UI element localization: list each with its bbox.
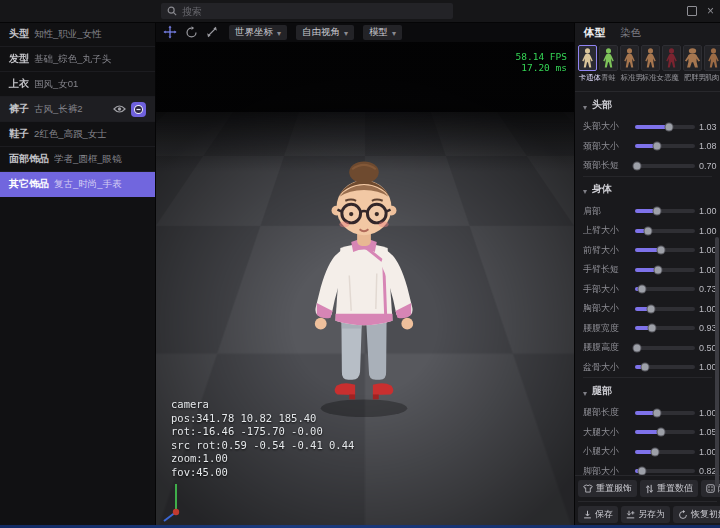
outfit-slot-row[interactable]: 其它饰品 复古_时尚_手表 [0, 172, 155, 197]
slider-handle[interactable] [657, 429, 664, 436]
slider-value: 0.50 [699, 343, 717, 353]
body-type-thumb[interactable]: 肥胖男 [683, 45, 702, 83]
section-header[interactable]: 头部 [583, 92, 712, 117]
save-label: 保存 [595, 508, 613, 521]
scale-tool-icon[interactable] [204, 24, 220, 40]
slider-handle[interactable] [657, 247, 664, 254]
slider-track[interactable] [635, 469, 695, 473]
slot-value: 古风_长裤2 [34, 103, 106, 116]
slider-track[interactable] [635, 125, 695, 129]
panel-tab[interactable]: 染色 [620, 26, 641, 40]
slot-label: 发型 [9, 52, 29, 66]
slider-track[interactable] [635, 346, 695, 350]
visibility-eye-icon[interactable] [111, 102, 127, 116]
viewport-toolbar: 世界坐标 自由视角 模型 [155, 22, 575, 42]
slider-handle[interactable] [649, 325, 656, 332]
shape-slider-row: 颈部长短 0.70 [583, 156, 712, 176]
body-type-thumb[interactable]: 青蛙 [599, 45, 618, 83]
slot-value: 知性_职业_女性 [34, 28, 146, 41]
outfit-slot-row[interactable]: 发型 基础_棕色_丸子头 [0, 47, 155, 72]
slider-track[interactable] [635, 430, 695, 434]
section-header[interactable]: 身体 [583, 177, 712, 202]
section-title: 身体 [592, 182, 612, 196]
search-icon [167, 6, 177, 16]
slider-handle[interactable] [633, 344, 640, 351]
slider-track[interactable] [635, 229, 695, 233]
body-type-thumb[interactable]: 标准女 [641, 45, 660, 83]
coordinate-space-dropdown[interactable]: 世界坐标 [229, 25, 287, 40]
slider-handle[interactable] [665, 123, 672, 130]
slider-handle[interactable] [654, 266, 661, 273]
slider-value: 1.00 [699, 408, 717, 418]
restore-initial-label: 恢复初始 [691, 508, 720, 521]
outfit-slot-row[interactable]: 鞋子 2红色_高跟_女士 [0, 122, 155, 147]
restore-initial-button[interactable]: 恢复初始 [673, 506, 720, 523]
outfit-slot-row[interactable]: 上衣 国风_女01 [0, 72, 155, 97]
outfit-slot-row[interactable]: 裤子 古风_长裤2 [0, 97, 155, 122]
slider-handle[interactable] [654, 409, 661, 416]
shape-slider-row: 手部大小 0.73 [583, 280, 712, 300]
search-input[interactable] [182, 6, 447, 17]
slider-track[interactable] [635, 144, 695, 148]
slider-handle[interactable] [654, 208, 661, 215]
body-type-thumb[interactable]: 标准男 [620, 45, 639, 83]
slider-track[interactable] [635, 365, 695, 369]
scene-canvas[interactable]: 58.14 FPS17.20 ms [155, 42, 575, 528]
move-tool-icon[interactable] [162, 24, 178, 40]
slider-handle[interactable] [644, 227, 651, 234]
reset-outfit-button[interactable]: 重置服饰 [578, 480, 637, 497]
slider-track[interactable] [635, 450, 695, 454]
save-button[interactable]: 保存 [578, 506, 618, 523]
reset-values-button[interactable]: 重置数值 [640, 480, 698, 497]
slider-track[interactable] [635, 209, 695, 213]
slider-value: 1.00 [699, 447, 717, 457]
slider-label: 前臂大小 [583, 244, 631, 257]
slider-handle[interactable] [648, 305, 655, 312]
panel-scrollbar[interactable] [715, 237, 719, 487]
slot-label: 其它饰品 [9, 177, 49, 191]
camera-view-dropdown[interactable]: 自由视角 [296, 25, 354, 40]
slider-track[interactable] [635, 326, 695, 330]
save-as-button[interactable]: 另存为 [621, 506, 670, 523]
coordinate-space-label: 世界坐标 [235, 26, 273, 39]
body-type-thumb[interactable]: 恶魔 [662, 45, 681, 83]
slider-handle[interactable] [639, 286, 646, 293]
slider-track[interactable] [635, 287, 695, 291]
rotate-tool-icon[interactable] [183, 24, 199, 40]
search-box[interactable] [161, 3, 453, 19]
slider-track[interactable] [635, 307, 695, 311]
slider-track[interactable] [635, 268, 695, 272]
outfit-slot-row[interactable]: 头型 知性_职业_女性 [0, 22, 155, 47]
dice-icon [706, 484, 715, 493]
camera-debug-info: camerapos:341.78 10.82 185.40rot:-16.46 … [171, 371, 354, 506]
shape-slider-row: 脚部大小 0.82 [583, 462, 712, 476]
panel-tab[interactable]: 体型 [584, 26, 605, 40]
slider-label: 颈部大小 [583, 140, 631, 153]
slider-track[interactable] [635, 411, 695, 415]
slider-handle[interactable] [654, 143, 661, 150]
maximize-icon[interactable] [687, 6, 697, 16]
body-type-thumb[interactable]: 卡通体 [578, 45, 597, 83]
slider-track[interactable] [635, 164, 695, 168]
slider-label: 腰腹高度 [583, 341, 631, 354]
model-dropdown[interactable]: 模型 [363, 25, 402, 40]
slider-handle[interactable] [634, 162, 641, 169]
slider-handle[interactable] [652, 448, 659, 455]
shape-slider-row: 腰腹宽度 0.93 [583, 319, 712, 339]
slot-action-button[interactable] [131, 102, 146, 117]
slot-label: 面部饰品 [9, 152, 49, 166]
shape-slider-row: 头部大小 1.03 [583, 117, 712, 137]
topbar [0, 0, 720, 23]
section-header[interactable]: 腿部 [583, 378, 712, 403]
outfit-slot-row[interactable]: 面部饰品 学者_圆框_眼镜 [0, 147, 155, 172]
slider-track[interactable] [635, 248, 695, 252]
close-icon[interactable] [707, 5, 714, 17]
slot-value: 复古_时尚_手表 [54, 178, 146, 191]
slot-label: 裤子 [9, 102, 29, 116]
slider-handle[interactable] [639, 468, 646, 475]
body-type-thumb[interactable]: 肌肉男 [704, 45, 720, 83]
reset-outfit-label: 重置服饰 [596, 482, 632, 495]
slider-section: 头部 头部大小 1.03 颈部大小 1.08 颈部长短 [583, 92, 712, 176]
slider-handle[interactable] [641, 364, 648, 371]
collapse-caret-icon [583, 180, 587, 198]
